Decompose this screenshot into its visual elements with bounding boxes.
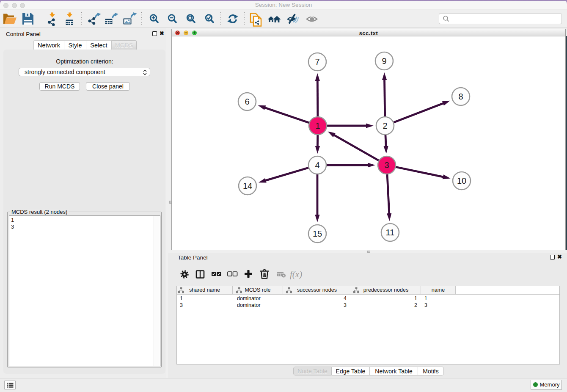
svg-text:3: 3 <box>384 160 389 170</box>
svg-text:4: 4 <box>315 160 319 170</box>
svg-text:14: 14 <box>243 181 252 190</box>
svg-text:f(x): f(x) <box>290 269 302 279</box>
svg-text:6: 6 <box>245 97 249 106</box>
svg-text:15: 15 <box>313 229 322 238</box>
svg-text:1: 1 <box>315 121 320 130</box>
svg-text:10: 10 <box>457 176 466 185</box>
svg-text:11: 11 <box>386 228 395 237</box>
svg-text:9: 9 <box>382 56 386 66</box>
svg-text:8: 8 <box>458 92 463 101</box>
svg-text:2: 2 <box>383 121 387 130</box>
svg-text:7: 7 <box>315 57 319 66</box>
